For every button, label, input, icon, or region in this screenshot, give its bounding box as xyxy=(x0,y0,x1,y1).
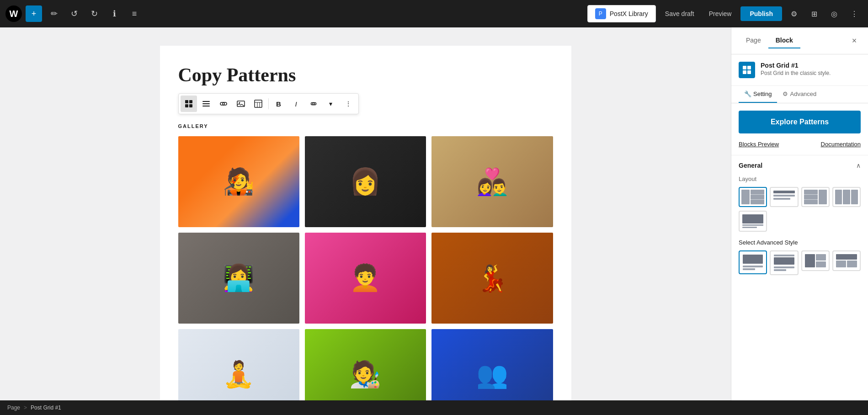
bold-button[interactable]: B xyxy=(271,96,287,112)
tab-advanced[interactable]: ⚙ Advanced xyxy=(777,86,822,103)
svg-rect-4 xyxy=(202,101,210,102)
right-sidebar: Page Block × Post Grid #1 Post Grid xyxy=(731,27,868,400)
setting-advanced-tabs: 🔧 Setting ⚙ Advanced xyxy=(731,86,868,103)
block-toolbar: B I ▾ ⋮ xyxy=(178,93,359,114)
adv-style-1[interactable] xyxy=(739,250,767,274)
undo-button[interactable]: ↺ xyxy=(66,5,82,22)
chain-link-button[interactable] xyxy=(215,96,232,112)
layout-option-5[interactable] xyxy=(739,211,767,232)
svg-rect-9 xyxy=(255,100,262,107)
block-patterns-button[interactable]: ⊞ xyxy=(806,5,822,22)
svg-rect-5 xyxy=(202,103,210,104)
postx-icon: P xyxy=(595,8,606,19)
gallery-item-4[interactable]: 👩‍💻 xyxy=(178,233,299,324)
layout-option-2[interactable] xyxy=(770,187,798,207)
postx-library-button[interactable]: P PostX Library xyxy=(587,5,656,22)
table-button[interactable] xyxy=(250,96,266,112)
italic-button[interactable]: I xyxy=(288,96,304,112)
edit-button[interactable]: ✏ xyxy=(46,5,62,22)
svg-rect-6 xyxy=(202,106,210,106)
publish-button[interactable]: Publish xyxy=(740,6,782,21)
svg-rect-0 xyxy=(185,100,188,103)
layout-option-3[interactable] xyxy=(801,187,830,207)
collapse-icon: ∧ xyxy=(856,162,861,169)
gallery-item-9[interactable]: 👥 xyxy=(431,329,553,400)
tab-block[interactable]: Block xyxy=(768,33,800,48)
gear-icon: ⚙ xyxy=(783,90,788,97)
general-section-header[interactable]: General ∧ xyxy=(739,155,861,176)
preview-button[interactable]: Preview xyxy=(703,7,737,20)
tab-page[interactable]: Page xyxy=(739,33,768,48)
block-description: Post Grid in the classic style. xyxy=(761,70,831,76)
block-info: Post Grid #1 Post Grid in the classic st… xyxy=(731,54,868,86)
adv-style-4[interactable] xyxy=(832,250,861,271)
link-button[interactable] xyxy=(305,96,322,112)
svg-rect-3 xyxy=(189,104,192,107)
general-section-title: General xyxy=(739,162,762,169)
advanced-style-options xyxy=(739,250,861,275)
gallery-item-6[interactable]: 💃 xyxy=(431,233,553,324)
layout-option-4[interactable] xyxy=(832,187,861,207)
more-options-button[interactable]: ⋮ xyxy=(846,5,863,22)
wrench-icon: 🔧 xyxy=(744,90,751,97)
editor-area[interactable]: Copy Patterns xyxy=(0,27,731,400)
postx-library-label: PostX Library xyxy=(610,10,648,17)
info-button[interactable]: ℹ xyxy=(106,5,122,22)
adv-style-2[interactable] xyxy=(770,250,798,275)
sidebar-tabs: Page Block xyxy=(739,33,800,48)
image-button[interactable] xyxy=(233,96,249,112)
svg-rect-1 xyxy=(189,100,192,103)
gallery-grid: 🧑‍🎤 👩 👩‍❤️‍👨 👩‍💻 🧑‍🦱 💃 xyxy=(178,136,553,400)
blocks-preview-link[interactable]: Blocks Preview xyxy=(739,141,779,148)
advanced-style-label: Select Advanced Style xyxy=(739,239,861,246)
gallery-item-3[interactable]: 👩‍❤️‍👨 xyxy=(431,136,553,227)
general-section: General ∧ Layout xyxy=(731,155,868,275)
layout-options-row2 xyxy=(739,211,861,232)
save-draft-button[interactable]: Save draft xyxy=(660,7,700,20)
add-block-button[interactable]: + xyxy=(26,5,42,22)
more-options-toolbar[interactable]: ⋮ xyxy=(340,96,357,112)
gallery-item-8[interactable]: 🧑‍🎨 xyxy=(305,329,426,400)
close-sidebar-button[interactable]: × xyxy=(848,34,861,47)
gallery-label: GALLERY xyxy=(178,123,553,129)
layout-label: Layout xyxy=(739,176,861,182)
breadcrumb-bar: Page > Post Grid #1 xyxy=(0,400,868,415)
explore-patterns-button[interactable]: Explore Patterns xyxy=(739,111,861,133)
top-toolbar: W + ✏ ↺ ↻ ℹ ≡ P PostX Library Save draft… xyxy=(0,0,868,27)
breadcrumb-page: Page xyxy=(7,404,20,411)
sidebar-links: Blocks Preview Documentation xyxy=(731,141,868,155)
tab-setting[interactable]: 🔧 Setting xyxy=(739,86,777,103)
list-view-btn[interactable] xyxy=(198,96,214,112)
documentation-link[interactable]: Documentation xyxy=(821,141,861,148)
sidebar-header: Page Block × xyxy=(731,27,868,54)
settings-button[interactable]: ⚙ xyxy=(786,5,802,22)
editor-content: Copy Patterns xyxy=(160,46,571,400)
wordpress-logo[interactable]: W xyxy=(5,5,22,22)
adv-style-3[interactable] xyxy=(801,250,830,271)
block-icon xyxy=(739,62,755,78)
breadcrumb-separator: > xyxy=(24,404,27,411)
layout-options xyxy=(739,187,861,207)
svg-point-8 xyxy=(239,102,240,104)
block-name: Post Grid #1 xyxy=(761,62,831,69)
list-view-button[interactable]: ≡ xyxy=(126,5,143,22)
dropdown-button[interactable]: ▾ xyxy=(323,96,339,112)
grid-view-button[interactable] xyxy=(181,96,197,112)
gallery-item-5[interactable]: 🧑‍🦱 xyxy=(305,233,426,324)
svg-rect-2 xyxy=(185,104,188,107)
help-button[interactable]: ◎ xyxy=(826,5,842,22)
redo-button[interactable]: ↻ xyxy=(86,5,102,22)
block-info-text: Post Grid #1 Post Grid in the classic st… xyxy=(761,62,831,76)
breadcrumb-current: Post Grid #1 xyxy=(31,404,61,411)
page-title[interactable]: Copy Patterns xyxy=(178,64,553,86)
layout-option-1[interactable] xyxy=(739,187,767,207)
gallery-item-2[interactable]: 👩 xyxy=(305,136,426,227)
gallery-item-7[interactable]: 🧘 xyxy=(178,329,299,400)
gallery-item-1[interactable]: 🧑‍🎤 xyxy=(178,136,299,227)
main-layout: Copy Patterns xyxy=(0,27,868,400)
